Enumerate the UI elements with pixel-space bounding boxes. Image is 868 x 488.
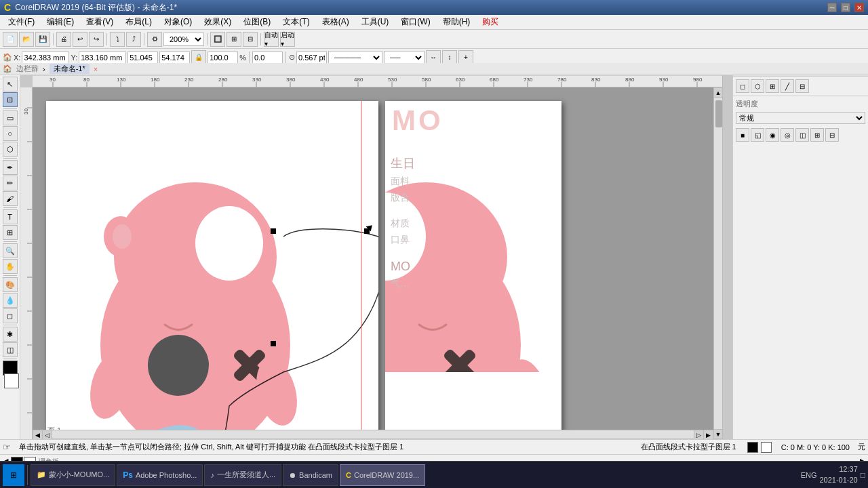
- effect-tool[interactable]: ✱: [3, 327, 18, 342]
- shadow-tool[interactable]: ◫: [3, 342, 18, 357]
- h-input[interactable]: [159, 52, 190, 64]
- zoom-dropdown[interactable]: 200% 100% 150% 50%: [163, 33, 204, 46]
- ellipse-tool[interactable]: ○: [3, 126, 18, 141]
- x-input[interactable]: [22, 52, 69, 64]
- pan-tool[interactable]: ✋: [3, 259, 18, 274]
- zoom-tool[interactable]: 🔍: [3, 243, 18, 258]
- eraser-tool[interactable]: ◻: [3, 308, 18, 323]
- minimize-button[interactable]: ─: [827, 3, 837, 12]
- export-button[interactable]: ⤴: [126, 32, 141, 47]
- menu-view[interactable]: 查看(V): [81, 15, 119, 29]
- snap3-button[interactable]: ⊟: [243, 32, 258, 47]
- v-scrollbar[interactable]: ▲ ▼: [713, 87, 723, 439]
- snap-toggle[interactable]: 自动▾: [264, 32, 279, 47]
- menu-window[interactable]: 窗口(W): [395, 15, 435, 29]
- scroll-page-next[interactable]: ▶: [703, 430, 713, 440]
- print-button[interactable]: 🖨: [56, 32, 71, 47]
- redo-button[interactable]: ↪: [89, 32, 104, 47]
- status-colors: [747, 442, 772, 453]
- new-button[interactable]: 📄: [3, 32, 18, 47]
- maximize-button[interactable]: □: [841, 3, 850, 12]
- status-fg-color[interactable]: [747, 442, 758, 453]
- doc-tab[interactable]: 未命名-1*: [50, 64, 90, 74]
- scale-input[interactable]: [208, 52, 238, 64]
- notification-icon[interactable]: □: [861, 470, 865, 480]
- scroll-up[interactable]: ▲: [714, 88, 722, 98]
- right-line7: 气…: [391, 278, 415, 290]
- menu-layout[interactable]: 布局(L): [120, 15, 157, 29]
- menu-buy[interactable]: 购买: [477, 15, 504, 29]
- pencil-tool[interactable]: ✏: [3, 176, 18, 190]
- sel-handle-ml[interactable]: [271, 341, 276, 346]
- taskbar-photoshop[interactable]: Ps Adobe Photosho...: [117, 464, 203, 486]
- menu-effects[interactable]: 效果(X): [199, 15, 237, 29]
- run-button[interactable]: 启动▾: [280, 32, 295, 47]
- w-input[interactable]: [127, 52, 158, 64]
- canvas-area[interactable]: MO 生日 面料 版合 材质 口鼻 MO 气… 页 1: [33, 87, 723, 439]
- status-bg-color[interactable]: [761, 442, 772, 453]
- fill-pattern[interactable]: ⊞: [810, 128, 824, 142]
- sel-handle-tl[interactable]: [271, 228, 276, 234]
- svg-text:130: 130: [117, 77, 126, 83]
- menu-help[interactable]: 帮助(H): [437, 15, 476, 29]
- taskbar-bandicam[interactable]: ⏺ Bandicam: [283, 464, 338, 486]
- pen-tool[interactable]: ✒: [3, 160, 18, 175]
- rectangle-tool[interactable]: ▭: [3, 110, 18, 125]
- panel-tool-4[interactable]: ╱: [781, 79, 794, 93]
- menu-text[interactable]: 文本(T): [277, 15, 315, 29]
- select-tool[interactable]: ↖: [3, 77, 18, 92]
- snap-button[interactable]: 🔲: [210, 32, 225, 47]
- transparency-type-select[interactable]: 常规 线性 径向: [736, 112, 865, 124]
- status-unit: 元: [858, 442, 865, 452]
- v-scroll-thumb[interactable]: [715, 100, 722, 127]
- taskbar-coreldraw[interactable]: C CorelDRAW 2019...: [340, 464, 425, 486]
- import-button[interactable]: ⤵: [110, 32, 125, 47]
- background-color[interactable]: [4, 373, 19, 388]
- menu-edit[interactable]: 编辑(E): [41, 15, 79, 29]
- node-tool[interactable]: ⊡: [3, 92, 18, 107]
- menu-file[interactable]: 文件(F): [3, 15, 40, 29]
- separator-qa: ›: [43, 65, 45, 73]
- menu-object[interactable]: 对象(O): [159, 15, 197, 29]
- line-end-dropdown[interactable]: ── ──▶: [384, 51, 425, 64]
- h-scrollbar[interactable]: ◀ ◁ ▷ ▶ 1: [33, 430, 723, 439]
- fill-square[interactable]: ◫: [795, 128, 809, 142]
- y-input[interactable]: [79, 52, 126, 64]
- thickness-input[interactable]: [296, 52, 327, 64]
- undo-button[interactable]: ↩: [73, 32, 87, 47]
- start-button[interactable]: ⊞: [3, 464, 24, 486]
- scroll-page-prev[interactable]: ◀: [33, 430, 43, 440]
- snap2-button[interactable]: ⊞: [226, 32, 241, 47]
- fill-conical[interactable]: ◎: [781, 128, 794, 142]
- menu-table[interactable]: 表格(A): [317, 15, 355, 29]
- options-button[interactable]: ⚙: [147, 32, 162, 47]
- panel-tool-1[interactable]: ◻: [736, 79, 749, 93]
- scroll-down[interactable]: ▼: [714, 429, 722, 439]
- fill-bitmap[interactable]: ⊟: [825, 128, 839, 142]
- panel-tool-3[interactable]: ⊞: [766, 79, 779, 93]
- text-tool[interactable]: T: [3, 209, 18, 224]
- fill-linear[interactable]: ◱: [751, 128, 764, 142]
- panel-tool-2[interactable]: ⬡: [751, 79, 764, 93]
- line-style-dropdown[interactable]: ───── - - - · · ·: [328, 51, 382, 64]
- brush-tool[interactable]: 🖌: [3, 191, 18, 206]
- menu-bitmap[interactable]: 位图(B): [238, 15, 276, 29]
- menubar: 文件(F) 编辑(E) 查看(V) 布局(L) 对象(O) 效果(X) 位图(B…: [0, 15, 868, 30]
- fill-uniform[interactable]: ■: [736, 128, 749, 142]
- svg-point-57: [113, 224, 132, 249]
- table-tool[interactable]: ⊞: [3, 225, 18, 240]
- panel-tool-5[interactable]: ⊟: [795, 79, 809, 93]
- menu-tools[interactable]: 工具(U): [356, 15, 395, 29]
- fill-radial[interactable]: ◉: [766, 128, 779, 142]
- angle-input[interactable]: [252, 52, 283, 64]
- eyedropper-tool[interactable]: 💧: [3, 293, 18, 308]
- scroll-left[interactable]: ◁: [43, 430, 52, 440]
- taskbar-music[interactable]: ♪ 一生所爱须道人...: [204, 464, 281, 486]
- taskbar-file-explorer[interactable]: 📁 蒙小小-MOUMO...: [31, 464, 115, 486]
- fill-tool[interactable]: 🎨: [3, 277, 18, 292]
- save-button[interactable]: 💾: [35, 32, 50, 47]
- scroll-right[interactable]: ▷: [694, 430, 703, 440]
- open-button[interactable]: 📂: [19, 32, 34, 47]
- close-button[interactable]: ✕: [854, 3, 864, 12]
- polygon-tool[interactable]: ⬡: [3, 142, 18, 157]
